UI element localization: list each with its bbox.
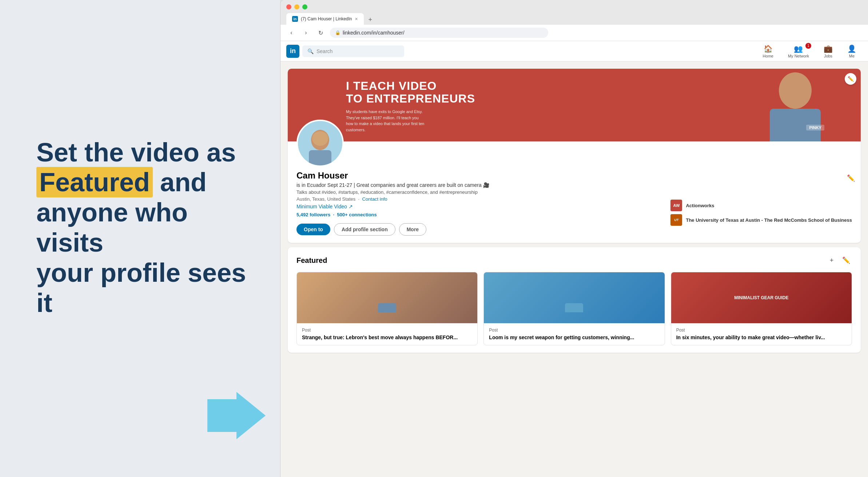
svg-rect-8 bbox=[378, 303, 396, 312]
featured-section-actions: + ✏️ bbox=[826, 254, 852, 266]
url-text: linkedin.com/in/camhouser/ bbox=[343, 30, 405, 36]
page-content: I TEACH VIDEO TO ENTREPRENEURS My studen… bbox=[280, 61, 868, 477]
svg-rect-6 bbox=[309, 150, 331, 165]
maximize-button[interactable] bbox=[302, 4, 307, 9]
featured-item-2[interactable]: Post Loom is my secret weapon for gettin… bbox=[483, 272, 665, 345]
profile-location: Austin, Texas, United States · Contact i… bbox=[296, 196, 670, 202]
home-icon: 🏠 bbox=[764, 44, 773, 53]
search-placeholder: Search bbox=[316, 48, 333, 54]
minimize-button[interactable] bbox=[294, 4, 299, 9]
website-link[interactable]: Minimum Viable Video ↗ bbox=[296, 204, 353, 209]
featured-add-button[interactable]: + bbox=[826, 254, 837, 266]
nav-jobs[interactable]: 💼 Jobs bbox=[818, 43, 839, 60]
svg-point-1 bbox=[779, 72, 812, 109]
browser-chrome: in (7) Cam Houser | LinkedIn × + bbox=[280, 0, 868, 25]
tab-close-icon[interactable]: × bbox=[355, 16, 358, 22]
tab-title: (7) Cam Houser | LinkedIn bbox=[301, 16, 352, 21]
actionworks-logo: AW bbox=[670, 200, 682, 211]
svg-point-5 bbox=[312, 131, 328, 146]
featured-post-title-3: In six minutes, your ability to make gre… bbox=[671, 334, 852, 345]
featured-post-type-2: Post bbox=[484, 323, 664, 334]
left-panel: Set the video as Featured andanyone who … bbox=[0, 0, 280, 477]
banner-edit-button[interactable]: ✏️ bbox=[845, 73, 856, 85]
external-link-icon: ↗ bbox=[349, 204, 353, 209]
arrow-container bbox=[207, 392, 266, 441]
browser-window: in (7) Cam Houser | LinkedIn × + ‹ › ↻ 🔒… bbox=[280, 0, 868, 477]
banner-subtext: My students have exits to Google and Ets… bbox=[346, 109, 426, 133]
profile-actions: Open to Add profile section More bbox=[296, 223, 670, 236]
lock-icon: 🔒 bbox=[335, 30, 341, 35]
jobs-icon: 💼 bbox=[824, 44, 833, 53]
nav-network-label: My Network bbox=[788, 54, 809, 58]
me-icon: 👤 bbox=[847, 44, 856, 53]
network-icon: 👥 bbox=[794, 44, 803, 53]
avatar-image bbox=[298, 121, 342, 165]
featured-edit-button[interactable]: ✏️ bbox=[840, 254, 852, 266]
address-bar: ‹ › ↻ 🔒 linkedin.com/in/camhouser/ bbox=[280, 25, 868, 41]
edu-item-1: AW Actionworks bbox=[670, 200, 852, 211]
profile-body: Cam Houser is in Ecuador Sept 21-27 | Gr… bbox=[288, 141, 861, 243]
profile-tagline: is in Ecuador Sept 21-27 | Great compani… bbox=[296, 182, 670, 188]
tab-favicon: in bbox=[292, 16, 298, 22]
featured-section-header: Featured + ✏️ bbox=[296, 254, 852, 266]
svg-marker-0 bbox=[207, 392, 266, 439]
search-icon: 🔍 bbox=[307, 48, 314, 54]
headline-featured: Featured bbox=[36, 167, 153, 197]
avatar bbox=[296, 120, 344, 167]
pinky-label: PINKY bbox=[806, 125, 824, 131]
open-to-button[interactable]: Open to bbox=[296, 224, 330, 235]
url-bar[interactable]: 🔒 linkedin.com/in/camhouser/ bbox=[330, 28, 548, 38]
close-button[interactable] bbox=[286, 4, 291, 9]
nav-jobs-label: Jobs bbox=[824, 54, 832, 58]
banner-person-area bbox=[744, 69, 846, 141]
search-bar[interactable]: 🔍 Search bbox=[302, 45, 404, 57]
network-badge: 1 bbox=[805, 43, 811, 49]
nav-my-network[interactable]: 👥 My Network 1 bbox=[782, 43, 815, 60]
active-tab[interactable]: in (7) Cam Houser | LinkedIn × bbox=[286, 13, 364, 25]
featured-post-title-1: Strange, but true: Lebron's best move al… bbox=[297, 334, 477, 345]
new-tab-button[interactable]: + bbox=[365, 15, 375, 25]
linkedin-logo: in bbox=[286, 45, 299, 58]
featured-thumb-text-3: MINIMALIST GEAR GUIDE bbox=[734, 295, 788, 300]
profile-edit-button[interactable]: ✏️ bbox=[847, 174, 855, 182]
featured-image-2 bbox=[560, 283, 589, 312]
arrow-icon bbox=[207, 392, 266, 439]
featured-thumb-3: MINIMALIST GEAR GUIDE bbox=[671, 272, 852, 323]
nav-me-label: Me bbox=[849, 54, 855, 58]
featured-post-type-3: Post bbox=[671, 323, 852, 334]
back-button[interactable]: ‹ bbox=[286, 28, 296, 38]
banner-text: I TEACH VIDEO TO ENTREPRENEURS My studen… bbox=[346, 80, 475, 133]
featured-item-3[interactable]: MINIMALIST GEAR GUIDE Post In six minute… bbox=[671, 272, 852, 345]
nav-me[interactable]: 👤 Me bbox=[841, 43, 862, 60]
featured-thumb-2 bbox=[484, 272, 664, 323]
traffic-lights bbox=[286, 4, 862, 9]
profile-info-right: AW Actionworks UT The University of Texa… bbox=[670, 200, 852, 236]
banner-headline-line2: TO ENTREPRENEURS bbox=[346, 92, 475, 105]
featured-post-type-1: Post bbox=[297, 323, 477, 334]
profile-banner: I TEACH VIDEO TO ENTREPRENEURS My studen… bbox=[288, 69, 861, 141]
add-profile-section-button[interactable]: Add profile section bbox=[334, 223, 395, 236]
svg-rect-10 bbox=[565, 303, 583, 312]
headline-part1: Set the video as bbox=[36, 138, 236, 167]
featured-image-1 bbox=[373, 283, 402, 312]
profile-name: Cam Houser bbox=[296, 171, 670, 181]
nav-home-label: Home bbox=[763, 54, 773, 58]
left-headline: Set the video as Featured andanyone who … bbox=[36, 137, 251, 318]
banner-person-svg bbox=[744, 69, 846, 141]
forward-button[interactable]: › bbox=[301, 28, 311, 38]
profile-info-left: Cam Houser is in Ecuador Sept 21-27 | Gr… bbox=[296, 171, 670, 236]
nav-home[interactable]: 🏠 Home bbox=[757, 43, 779, 60]
featured-grid: Post Strange, but true: Lebron's best mo… bbox=[296, 272, 852, 345]
featured-thumb-1 bbox=[297, 272, 477, 323]
banner-headline-line1: I TEACH VIDEO bbox=[346, 80, 475, 92]
actionworks-name: Actionworks bbox=[686, 203, 714, 208]
featured-item-1[interactable]: Post Strange, but true: Lebron's best mo… bbox=[296, 272, 478, 345]
featured-title: Featured bbox=[296, 256, 327, 265]
more-button[interactable]: More bbox=[399, 223, 426, 236]
ut-logo: UT bbox=[670, 214, 682, 226]
profile-talks: Talks about #video, #startups, #educatio… bbox=[296, 189, 670, 195]
avatar-container bbox=[296, 120, 344, 167]
reload-button[interactable]: ↻ bbox=[315, 28, 326, 38]
contact-info-link[interactable]: Contact info bbox=[362, 196, 387, 202]
profile-connections: 5,492 followers · 500+ connections bbox=[296, 212, 670, 217]
